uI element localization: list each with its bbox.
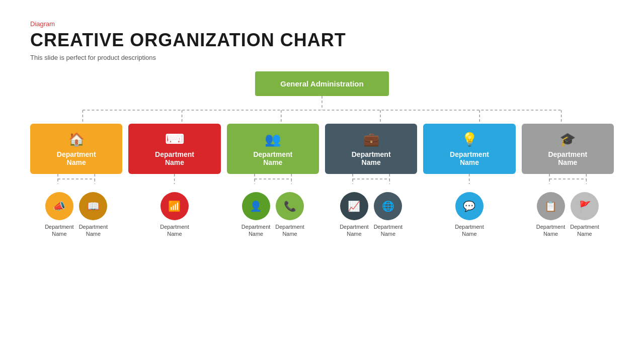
sub-item-2a: 📶 DepartmentName: [160, 192, 189, 238]
dept6-sub-row: 📋 DepartmentName 🚩 DepartmentName: [536, 192, 599, 238]
clipboard-icon: 📋: [537, 192, 565, 220]
header: Diagram CREATIVE ORGANIZATION CHART This…: [30, 20, 614, 61]
sub-label-3a: DepartmentName: [242, 223, 270, 238]
keyboard-icon: ⌨: [165, 132, 184, 147]
sub-label-4b: DepartmentName: [374, 223, 403, 238]
sub-item-5a: 💬 DepartmentName: [455, 192, 484, 238]
dept-col-4: 💼 DepartmentName 📈 DepartmentN: [325, 124, 417, 238]
dept3-sub-connectors: [227, 174, 319, 184]
sub-item-3b: 📞 DepartmentName: [275, 192, 304, 238]
dept-label-5: DepartmentName: [450, 150, 489, 166]
chat-icon: 💬: [455, 192, 484, 220]
dept-col-1: 🏠 DepartmentName 📣 DepartmentN: [30, 124, 122, 238]
sub-item-1a: 📣 DepartmentName: [45, 192, 73, 238]
top-connectors-svg: [30, 96, 614, 124]
home-icon: 🏠: [68, 132, 85, 147]
dept2-sub-connectors: [128, 174, 220, 184]
dept5-sub-row: 💬 DepartmentName: [455, 192, 484, 238]
sub-item-6a: 📋 DepartmentName: [536, 192, 565, 238]
dept-label-3: DepartmentName: [253, 150, 292, 166]
flag-icon: 🚩: [571, 192, 599, 220]
phone-icon: 📞: [276, 192, 304, 220]
sub-label-6b: DepartmentName: [570, 223, 599, 238]
wifi-icon: 📶: [160, 192, 189, 220]
dept-box-4: 💼 DepartmentName: [325, 124, 417, 174]
book-icon: 📖: [79, 192, 107, 220]
dept1-sub-row: 📣 DepartmentName 📖 DepartmentName: [45, 192, 108, 238]
sub-label-2a: DepartmentName: [160, 223, 189, 238]
top-node-label: General Administration: [280, 79, 363, 88]
megaphone-icon: 📣: [45, 192, 73, 220]
dept-label-2: DepartmentName: [155, 150, 194, 166]
dept-col-6: 🎓 DepartmentName 📋 DepartmentN: [522, 124, 614, 238]
sub-label-1b: DepartmentName: [79, 223, 108, 238]
graduation-icon: 🎓: [559, 132, 576, 147]
sub-item-4a: 📈 DepartmentName: [340, 192, 368, 238]
dept-col-5: 💡 DepartmentName 💬 DepartmentName: [423, 124, 515, 238]
dept6-sub-connectors: [522, 174, 614, 184]
dept-col-3: 👥 DepartmentName 👤 DepartmentN: [227, 124, 319, 238]
main-title: CREATIVE ORGANIZATION CHART: [30, 30, 614, 51]
dept2-sub-row: 📶 DepartmentName: [160, 192, 189, 238]
dept-col-2: ⌨ DepartmentName 📶 DepartmentName: [128, 124, 220, 238]
dept-box-1: 🏠 DepartmentName: [30, 124, 122, 174]
chart-icon: 📈: [340, 192, 368, 220]
diagram-label: Diagram: [30, 20, 614, 28]
sub-label-6a: DepartmentName: [536, 223, 565, 238]
sub-label-5a: DepartmentName: [455, 223, 484, 238]
dept-box-6: 🎓 DepartmentName: [522, 124, 614, 174]
globe-icon: 🌐: [374, 192, 402, 220]
people-icon: 👥: [265, 132, 281, 147]
sub-item-3a: 👤 DepartmentName: [242, 192, 270, 238]
page: Diagram CREATIVE ORGANIZATION CHART This…: [0, 0, 644, 362]
dept-box-3: 👥 DepartmentName: [227, 124, 319, 174]
dept-label-4: DepartmentName: [352, 150, 391, 166]
dept-box-2: ⌨ DepartmentName: [128, 124, 220, 174]
sub-item-6b: 🚩 DepartmentName: [570, 192, 599, 238]
briefcase-icon: 💼: [363, 132, 379, 147]
person-icon: 👤: [242, 192, 270, 220]
sub-label-3b: DepartmentName: [275, 223, 304, 238]
chart-area: General Administration: [30, 71, 614, 238]
dept-row: 🏠 DepartmentName 📣 DepartmentN: [30, 124, 614, 238]
dept-box-5: 💡 DepartmentName: [423, 124, 515, 174]
sub-item-4b: 🌐 DepartmentName: [374, 192, 403, 238]
sub-item-1b: 📖 DepartmentName: [79, 192, 108, 238]
dept4-sub-row: 📈 DepartmentName 🌐 DepartmentName: [340, 192, 403, 238]
sub-label-4a: DepartmentName: [340, 223, 368, 238]
dept1-sub-connectors: [30, 174, 122, 184]
lightbulb-icon: 💡: [461, 132, 477, 147]
top-node: General Administration: [255, 71, 388, 96]
dept-label-1: DepartmentName: [57, 150, 96, 166]
dept3-sub-row: 👤 DepartmentName 📞 DepartmentName: [242, 192, 304, 238]
subtitle: This slide is perfect for product descri…: [30, 54, 614, 61]
dept-label-6: DepartmentName: [548, 150, 587, 166]
sub-label-1a: DepartmentName: [45, 223, 73, 238]
dept4-sub-connectors: [325, 174, 417, 184]
dept5-sub-connectors: [423, 174, 515, 184]
